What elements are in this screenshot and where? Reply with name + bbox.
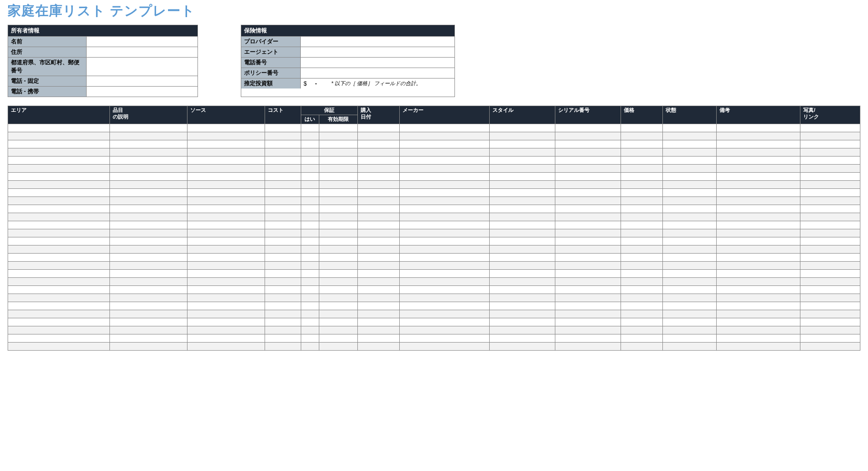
table-cell[interactable]	[489, 148, 555, 156]
table-cell[interactable]	[358, 132, 400, 140]
table-cell[interactable]	[400, 245, 490, 253]
table-cell[interactable]	[358, 261, 400, 269]
table-cell[interactable]	[109, 188, 187, 196]
table-cell[interactable]	[301, 277, 319, 285]
insurance-value-phone[interactable]	[301, 58, 454, 68]
table-cell[interactable]	[358, 245, 400, 253]
table-cell[interactable]	[265, 342, 301, 350]
table-cell[interactable]	[717, 277, 800, 285]
table-cell[interactable]	[621, 221, 663, 229]
table-cell[interactable]	[187, 196, 265, 205]
table-cell[interactable]	[663, 164, 717, 172]
table-cell[interactable]	[358, 172, 400, 180]
table-cell[interactable]	[621, 334, 663, 342]
table-cell[interactable]	[109, 156, 187, 164]
table-cell[interactable]	[400, 294, 490, 302]
table-cell[interactable]	[187, 172, 265, 180]
table-cell[interactable]	[489, 140, 555, 148]
table-cell[interactable]	[663, 188, 717, 196]
table-cell[interactable]	[717, 302, 800, 310]
table-cell[interactable]	[621, 269, 663, 277]
table-cell[interactable]	[301, 132, 319, 140]
table-cell[interactable]	[717, 294, 800, 302]
table-cell[interactable]	[621, 261, 663, 269]
table-cell[interactable]	[621, 318, 663, 326]
table-cell[interactable]	[8, 124, 110, 132]
table-cell[interactable]	[265, 326, 301, 334]
table-cell[interactable]	[319, 229, 358, 237]
table-cell[interactable]	[555, 205, 621, 213]
table-cell[interactable]	[555, 180, 621, 188]
table-cell[interactable]	[109, 277, 187, 285]
table-cell[interactable]	[717, 205, 800, 213]
table-cell[interactable]	[400, 310, 490, 318]
table-cell[interactable]	[621, 140, 663, 148]
table-cell[interactable]	[800, 269, 860, 277]
table-cell[interactable]	[489, 253, 555, 261]
table-cell[interactable]	[555, 229, 621, 237]
table-cell[interactable]	[8, 326, 110, 334]
table-cell[interactable]	[319, 164, 358, 172]
table-cell[interactable]	[319, 156, 358, 164]
table-cell[interactable]	[109, 326, 187, 334]
table-cell[interactable]	[358, 285, 400, 294]
table-cell[interactable]	[555, 277, 621, 285]
table-cell[interactable]	[187, 164, 265, 172]
table-cell[interactable]	[358, 124, 400, 132]
table-cell[interactable]	[109, 294, 187, 302]
table-cell[interactable]	[358, 269, 400, 277]
table-cell[interactable]	[319, 294, 358, 302]
table-cell[interactable]	[489, 172, 555, 180]
table-cell[interactable]	[400, 196, 490, 205]
table-cell[interactable]	[358, 302, 400, 310]
table-cell[interactable]	[555, 334, 621, 342]
table-cell[interactable]	[400, 253, 490, 261]
table-cell[interactable]	[621, 253, 663, 261]
table-cell[interactable]	[555, 294, 621, 302]
table-cell[interactable]	[800, 318, 860, 326]
table-cell[interactable]	[8, 237, 110, 245]
table-cell[interactable]	[265, 213, 301, 221]
table-cell[interactable]	[800, 310, 860, 318]
table-cell[interactable]	[358, 229, 400, 237]
table-cell[interactable]	[319, 172, 358, 180]
table-cell[interactable]	[319, 326, 358, 334]
table-cell[interactable]	[717, 148, 800, 156]
table-cell[interactable]	[358, 196, 400, 205]
table-cell[interactable]	[800, 156, 860, 164]
table-cell[interactable]	[800, 140, 860, 148]
table-cell[interactable]	[400, 156, 490, 164]
table-cell[interactable]	[358, 164, 400, 172]
table-cell[interactable]	[663, 342, 717, 350]
table-cell[interactable]	[800, 164, 860, 172]
table-cell[interactable]	[800, 188, 860, 196]
table-cell[interactable]	[109, 148, 187, 156]
table-cell[interactable]	[8, 180, 110, 188]
table-cell[interactable]	[8, 269, 110, 277]
table-cell[interactable]	[319, 334, 358, 342]
table-cell[interactable]	[489, 318, 555, 326]
table-cell[interactable]	[800, 245, 860, 253]
table-cell[interactable]	[621, 326, 663, 334]
table-cell[interactable]	[489, 213, 555, 221]
table-cell[interactable]	[621, 237, 663, 245]
table-cell[interactable]	[187, 302, 265, 310]
owner-value-phone-home[interactable]	[87, 76, 197, 86]
table-cell[interactable]	[319, 245, 358, 253]
table-cell[interactable]	[109, 269, 187, 277]
table-cell[interactable]	[555, 156, 621, 164]
table-cell[interactable]	[800, 221, 860, 229]
table-cell[interactable]	[301, 334, 319, 342]
table-cell[interactable]	[621, 172, 663, 180]
table-cell[interactable]	[319, 205, 358, 213]
table-cell[interactable]	[319, 213, 358, 221]
table-cell[interactable]	[187, 253, 265, 261]
table-cell[interactable]	[109, 221, 187, 229]
table-cell[interactable]	[8, 285, 110, 294]
table-cell[interactable]	[358, 213, 400, 221]
table-cell[interactable]	[489, 277, 555, 285]
table-cell[interactable]	[800, 237, 860, 245]
table-cell[interactable]	[187, 213, 265, 221]
table-cell[interactable]	[400, 277, 490, 285]
table-cell[interactable]	[358, 148, 400, 156]
